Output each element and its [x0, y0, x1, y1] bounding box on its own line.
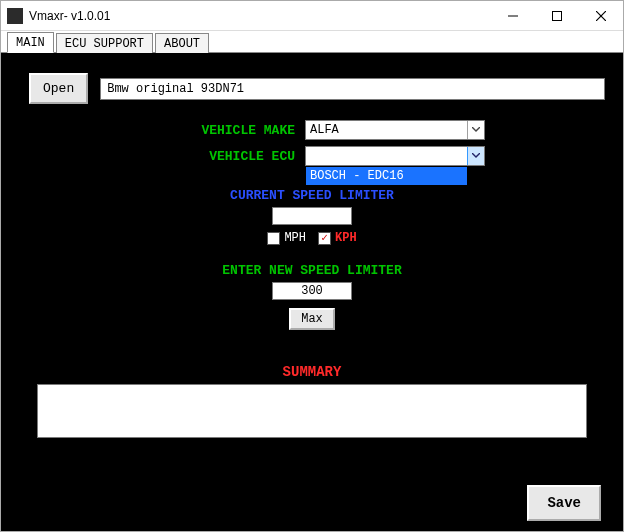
kph-label: KPH: [335, 231, 357, 245]
mph-label: MPH: [284, 231, 306, 245]
filename-input[interactable]: [100, 78, 605, 100]
maximize-button[interactable]: [535, 1, 579, 31]
window-title: Vmaxr- v1.0.01: [29, 9, 491, 23]
vehicle-ecu-label: VEHICLE ECU: [49, 149, 299, 164]
current-speed-heading: CURRENT SPEED LIMITER: [19, 188, 605, 203]
vehicle-make-label: VEHICLE MAKE: [49, 123, 299, 138]
chevron-down-icon: [467, 147, 484, 165]
max-button[interactable]: Max: [289, 308, 335, 330]
close-button[interactable]: [579, 1, 623, 31]
tab-main[interactable]: MAIN: [7, 32, 54, 53]
app-icon: [7, 8, 23, 24]
app-window: Vmaxr- v1.0.01 MAIN ECU SUPPORT ABOUT Op…: [0, 0, 624, 532]
vehicle-ecu-combo[interactable]: [305, 146, 485, 166]
current-speed-input[interactable]: [272, 207, 352, 225]
vehicle-make-value: ALFA: [310, 123, 339, 137]
vehicle-ecu-option[interactable]: BOSCH - EDC16: [306, 167, 467, 185]
vehicle-ecu-dropdown: BOSCH - EDC16: [305, 166, 468, 186]
tab-strip: MAIN ECU SUPPORT ABOUT: [1, 31, 623, 53]
close-icon: [596, 11, 606, 21]
mph-checkbox[interactable]: [267, 232, 280, 245]
maximize-icon: [552, 11, 562, 21]
minimize-button[interactable]: [491, 1, 535, 31]
summary-heading: SUMMARY: [19, 364, 605, 380]
open-button[interactable]: Open: [29, 73, 88, 104]
svg-rect-1: [553, 12, 562, 21]
tab-about[interactable]: ABOUT: [155, 33, 209, 53]
titlebar: Vmaxr- v1.0.01: [1, 1, 623, 31]
main-panel: Open VEHICLE MAKE ALFA VEHICLE ECU BOSCH…: [1, 53, 623, 531]
new-speed-input[interactable]: [272, 282, 352, 300]
save-button[interactable]: Save: [527, 485, 601, 521]
kph-checkbox[interactable]: [318, 232, 331, 245]
new-speed-heading: ENTER NEW SPEED LIMITER: [19, 263, 605, 278]
mph-checkbox-wrap[interactable]: MPH: [267, 231, 306, 245]
vehicle-make-combo[interactable]: ALFA: [305, 120, 485, 140]
summary-box[interactable]: [37, 384, 587, 438]
tab-ecu-support[interactable]: ECU SUPPORT: [56, 33, 153, 53]
chevron-down-icon: [467, 121, 484, 139]
minimize-icon: [508, 11, 518, 21]
kph-checkbox-wrap[interactable]: KPH: [318, 231, 357, 245]
